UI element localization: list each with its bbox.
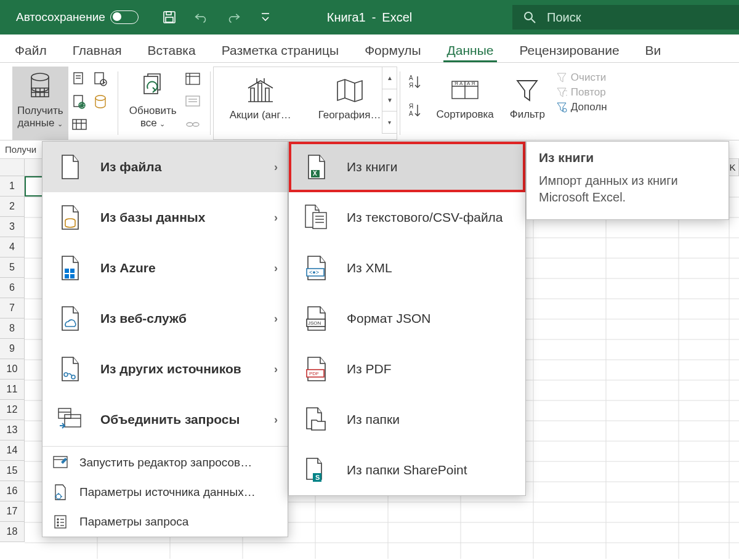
row-header[interactable]: 13 [0,420,25,440]
search-icon [523,11,536,23]
menu-from-database[interactable]: Из базы данных › [42,192,288,243]
refresh-icon [137,70,169,102]
submenu-from-sharepoint[interactable]: S Из папки SharePoint [289,445,525,495]
svg-text:X: X [313,170,317,177]
tab-review[interactable]: Рецензирование [515,38,623,62]
from-web-icon[interactable] [71,93,88,110]
svg-rect-15 [95,73,103,84]
row-header[interactable]: 7 [0,298,25,319]
row-header[interactable]: 17 [0,501,25,522]
search-box[interactable]: Поиск [512,5,739,30]
submenu-from-xml[interactable]: <●> Из XML [289,243,525,293]
menu-combine-queries[interactable]: Объединить запросы › [42,394,288,445]
submenu-from-folder[interactable]: Из папки [289,394,525,445]
row-header[interactable]: 14 [0,440,25,461]
menu-query-options[interactable]: Параметры запроса [42,507,288,537]
tab-view[interactable]: Ви [642,38,665,62]
clear-filter-button[interactable]: Очисти [556,71,607,84]
save-icon[interactable] [162,10,177,25]
autosave-group: Автосохранение [16,10,139,24]
from-text-icon[interactable] [71,70,88,87]
redo-icon[interactable] [226,10,241,25]
row-header[interactable]: 10 [0,359,25,379]
from-table-icon[interactable] [92,93,109,110]
menu-data-source-settings[interactable]: Параметры источника данных… [42,477,288,507]
submenu-from-json[interactable]: JSON Формат JSON [289,293,525,344]
row-header[interactable]: 6 [0,278,25,298]
row-header[interactable]: 3 [0,217,25,237]
quick-access-toolbar [162,10,273,25]
svg-point-93 [57,522,59,523]
existing-conn-icon[interactable] [71,116,88,133]
autosave-label: Автосохранение [16,10,105,24]
get-data-menu: Из файла › Из базы данных › Из Azure › И… [42,141,288,537]
geography-button[interactable]: География… [313,71,386,125]
get-data-button[interactable]: Получить данные ⌄ [12,67,68,140]
row-header[interactable]: 11 [0,379,25,400]
tab-pagelayout[interactable]: Разметка страницы [218,38,343,62]
search-placeholder: Поиск [547,10,581,25]
ribbon-tabs: Файл Главная Вставка Разметка страницы Ф… [0,34,739,63]
reapply-filter-button[interactable]: Повтор [556,86,607,99]
row-header[interactable]: 5 [0,258,25,278]
app-name: Excel [382,10,412,25]
combine-icon [57,405,83,434]
tab-formulas[interactable]: Формулы [361,38,424,62]
doc-name: Книга1 [327,10,366,25]
advanced-filter-button[interactable]: Дополн [556,101,607,113]
data-types-gallery[interactable]: Акции (анг… География… ▲ ▼ ▾ [213,67,398,140]
sort-button[interactable]: Я АА Я Сортировка [431,70,498,124]
gallery-down-icon[interactable]: ▼ [382,89,397,112]
menu-from-file[interactable]: Из файла › [42,142,288,192]
chevron-right-icon: › [274,211,278,224]
undo-icon[interactable] [194,10,209,25]
editor-icon [52,455,68,471]
svg-point-92 [57,519,59,520]
get-data-small-buttons [68,67,111,140]
qat-dropdown-icon[interactable] [258,10,273,25]
row-header[interactable]: 1 [0,176,25,197]
row-header[interactable]: 9 [0,339,25,359]
name-box[interactable]: Получи [0,144,41,155]
queries-icon[interactable] [184,70,201,87]
menu-from-web-services[interactable]: Из веб-служб › [42,293,288,344]
filter-button[interactable]: Фильтр [505,70,550,124]
svg-rect-2 [166,17,173,22]
row-header[interactable]: 16 [0,481,25,501]
row-header[interactable]: 2 [0,197,25,217]
row-header[interactable]: 15 [0,461,25,481]
autosave-toggle[interactable] [110,10,139,24]
row-header[interactable]: 12 [0,400,25,420]
svg-text:А Я: А Я [467,81,475,86]
properties-icon[interactable] [184,93,201,110]
recent-sources-icon[interactable] [92,70,109,87]
submenu-from-csv[interactable]: Из текстового/CSV-файла [289,192,525,243]
svg-rect-24 [144,76,158,94]
menu-from-azure[interactable]: Из Azure › [42,243,288,293]
svg-text:PDF: PDF [309,371,319,376]
svg-point-4 [525,12,532,20]
ribbon: Получить данные ⌄ Обновить все ⌄ [0,63,739,140]
sort-asc-icon[interactable]: АЯ [408,74,425,91]
sort-desc-icon[interactable]: ЯА [408,102,425,120]
row-header[interactable]: 18 [0,522,25,542]
edit-links-icon[interactable] [184,116,201,133]
submenu-from-workbook[interactable]: X Из книги [289,142,525,192]
row-header[interactable]: 4 [0,237,25,258]
submenu-from-pdf[interactable]: PDF Из PDF [289,344,525,394]
menu-launch-query-editor[interactable]: Запустить редактор запросов… [42,448,288,477]
tab-insert[interactable]: Вставка [144,38,200,62]
svg-point-6 [31,73,49,81]
row-header[interactable]: 8 [0,319,25,339]
menu-from-other[interactable]: Из других источников › [42,344,288,394]
row-headers: 1 2 3 4 5 6 7 8 9 10 11 12 13 14 15 16 1… [0,176,25,542]
pdf-file-icon: PDF [304,354,329,384]
tab-file[interactable]: Файл [11,38,50,62]
database-icon [24,70,56,102]
tab-home[interactable]: Главная [69,38,126,62]
refresh-all-button[interactable]: Обновить все ⌄ [124,67,182,140]
gallery-more-icon[interactable]: ▾ [382,112,397,134]
stocks-button[interactable]: Акции (анг… [225,71,296,125]
tab-data[interactable]: Данные [443,38,498,62]
gallery-up-icon[interactable]: ▲ [382,67,397,89]
